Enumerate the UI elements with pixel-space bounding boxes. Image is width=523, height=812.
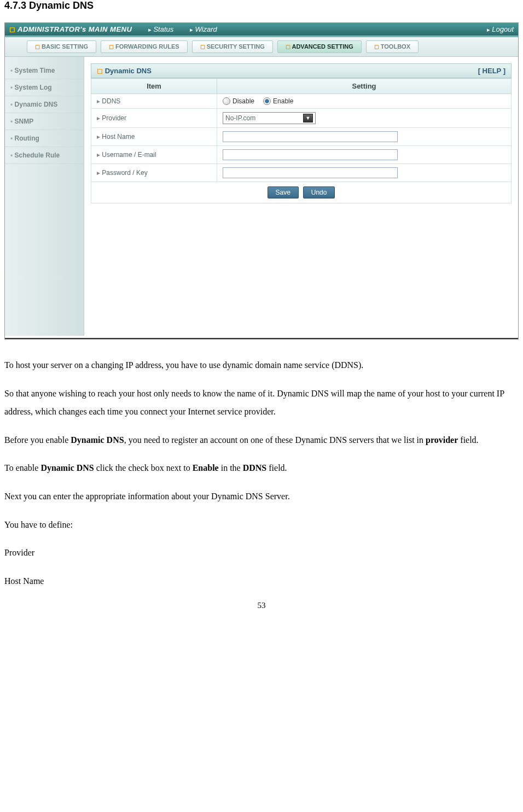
undo-button[interactable]: Undo	[303, 186, 335, 198]
paragraph: So that anyone wishing to reach your hos…	[4, 384, 519, 421]
sidebar-item-snmp[interactable]: SNMP	[5, 113, 84, 130]
sidebar-item-dynamic-dns[interactable]: Dynamic DNS	[5, 96, 84, 113]
row-ddns-setting: Disable Enable	[217, 94, 512, 109]
hostname-input[interactable]	[223, 131, 398, 142]
row-hostname-label: Host Name	[91, 128, 217, 146]
paragraph: Host Name	[4, 572, 519, 591]
documentation-text: To host your server on a changing IP add…	[0, 350, 523, 590]
row-username-setting	[217, 146, 512, 164]
row-hostname-setting	[217, 128, 512, 146]
radio-enable-icon[interactable]	[263, 97, 271, 105]
sidebar-item-system-time[interactable]: System Time	[5, 62, 84, 79]
chevron-down-icon: ▼	[303, 114, 313, 122]
row-username-label: Username / E-mail	[91, 146, 217, 164]
panel-header: Dynamic DNS [ HELP ]	[91, 63, 512, 78]
section-heading: 4.7.3 Dynamic DNS	[4, 0, 519, 11]
button-row: Save Undo	[91, 182, 512, 203]
help-link[interactable]: [ HELP ]	[478, 67, 505, 75]
router-screenshot: ◻ ADMINISTRATOR's MAIN MENU Status Wizar…	[4, 22, 519, 340]
top-menu-bar: ◻ ADMINISTRATOR's MAIN MENU Status Wizar…	[5, 23, 518, 36]
row-provider-setting: No-IP.com ▼	[217, 109, 512, 128]
paragraph: To enable Dynamic DNS click the check bo…	[4, 459, 519, 477]
content-area: Dynamic DNS [ HELP ] Item Setting DDNS D…	[84, 57, 518, 336]
paragraph: Provider	[4, 544, 519, 562]
paragraph: Next you can enter the appropriate infor…	[4, 487, 519, 506]
tab-forwarding-rules[interactable]: FORWARDING RULES	[101, 40, 188, 53]
paragraph: You have to define:	[4, 516, 519, 534]
page-number: 53	[0, 601, 523, 610]
radio-disable-label: Disable	[233, 97, 254, 105]
admin-menu-title: ADMINISTRATOR's MAIN MENU	[18, 25, 132, 33]
panel-title: Dynamic DNS	[97, 67, 152, 75]
tab-security-setting[interactable]: SECURITY SETTING	[192, 40, 273, 53]
row-ddns-label: DDNS	[91, 94, 217, 109]
tab-toolbox[interactable]: TOOLBOX	[366, 40, 419, 53]
sidebar-item-system-log[interactable]: System Log	[5, 79, 84, 96]
row-password-setting	[217, 164, 512, 182]
sidebar-item-schedule-rule[interactable]: Schedule Rule	[5, 147, 84, 164]
col-header-setting: Setting	[217, 79, 512, 94]
paragraph: Before you enable Dynamic DNS, you need …	[4, 431, 519, 449]
tab-bar: BASIC SETTING FORWARDING RULES SECURITY …	[5, 37, 518, 57]
provider-dropdown[interactable]: No-IP.com ▼	[223, 112, 316, 124]
bullet-icon: ◻	[9, 25, 15, 33]
paragraph: To host your server on a changing IP add…	[4, 356, 519, 375]
radio-enable-label: Enable	[273, 97, 293, 105]
nav-wizard[interactable]: Wizard	[190, 25, 217, 33]
tab-basic-setting[interactable]: BASIC SETTING	[27, 40, 96, 53]
nav-logout[interactable]: Logout	[487, 25, 514, 33]
password-input[interactable]	[223, 167, 398, 178]
row-password-label: Password / Key	[91, 164, 217, 182]
col-header-item: Item	[91, 79, 217, 94]
nav-status[interactable]: Status	[148, 25, 173, 33]
row-provider-label: Provider	[91, 109, 217, 128]
sidebar-item-routing[interactable]: Routing	[5, 130, 84, 147]
tab-advanced-setting[interactable]: ADVANCED SETTING	[277, 40, 362, 53]
save-button[interactable]: Save	[268, 186, 299, 198]
settings-table: Item Setting DDNS Disable Enable	[91, 78, 512, 182]
username-input[interactable]	[223, 149, 398, 160]
sidebar: System Time System Log Dynamic DNS SNMP …	[5, 57, 84, 336]
radio-disable-icon[interactable]	[223, 97, 230, 105]
provider-value: No-IP.com	[225, 114, 255, 122]
